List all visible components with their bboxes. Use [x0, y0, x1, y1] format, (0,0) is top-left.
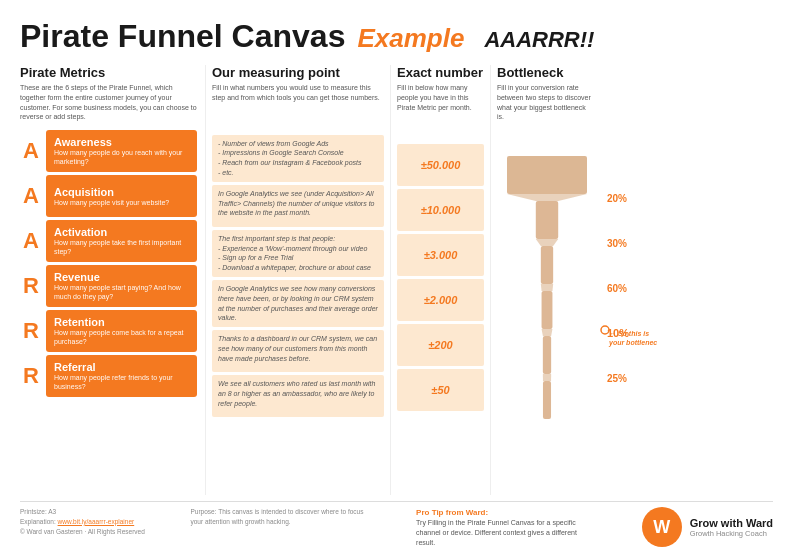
bottleneck-desc: Fill in your conversion rate between two…: [497, 83, 594, 122]
measure-cell-0: - Number of views from Google Ads- Impre…: [212, 135, 384, 182]
pro-tip-label: Pro Tip from Ward:: [416, 508, 488, 517]
measure-cell-5: We see all customers who rated us last m…: [212, 375, 384, 417]
metric-question-1: How many people visit your website?: [54, 198, 189, 207]
svg-text:10%: 10%: [607, 327, 629, 339]
svg-text:your bottleneck: your bottleneck: [608, 339, 657, 347]
metric-letter-0: A: [20, 130, 42, 172]
footer: Printsize: A3 Explanation: www.bit.ly/aa…: [20, 501, 773, 548]
metric-question-0: How many people do you reach with your m…: [54, 148, 189, 166]
page: Pirate Funnel Canvas Example AAARRR!! Pi…: [0, 0, 793, 548]
measure-cell-2: The first important step is that people:…: [212, 230, 384, 277]
metric-question-2: How many people take the first important…: [54, 238, 189, 256]
brand-text: Grow with Ward Growth Hacking Coach: [690, 517, 773, 538]
pirate-metrics-desc: These are the 6 steps of the Pirate Funn…: [20, 83, 197, 122]
bn-row-2: [497, 244, 594, 286]
metric-row-referral: R Referral How many people refer friends…: [20, 355, 197, 397]
footer-pro-tip: Pro Tip from Ward: Try Filling in the Pi…: [416, 507, 596, 548]
exact-cell-0: ±50.000: [397, 144, 484, 186]
svg-text:30%: 30%: [607, 238, 627, 249]
metric-row-retention: R Retention How many people come back fo…: [20, 310, 197, 352]
footer-print-info: Printsize: A3 Explanation: www.bit.ly/aa…: [20, 507, 145, 536]
svg-text:20%: 20%: [607, 193, 627, 204]
pro-tip-text: Try Filling in the Pirate Funnel Canvas …: [416, 519, 577, 546]
metric-question-5: How many people refer friends to your bu…: [54, 373, 189, 391]
footer-purpose: Purpose: This canvas is intended to disc…: [190, 507, 370, 527]
svg-text:25%: 25%: [607, 373, 627, 384]
measure-cells: - Number of views from Google Ads- Impre…: [212, 135, 384, 418]
measure-header: Our measuring point: [212, 65, 384, 80]
metric-letter-1: A: [20, 175, 42, 217]
brand-initial: W: [653, 517, 670, 538]
brand-subtitle: Growth Hacking Coach: [690, 529, 773, 538]
col-bottleneck: Bottleneck Fill in your conversion rate …: [490, 65, 600, 495]
exact-header: Exact number: [397, 65, 484, 80]
pirate-metrics-header: Pirate Metrics: [20, 65, 197, 80]
metric-name-4: Retention: [54, 316, 189, 328]
main-grid: Pirate Metrics These are the 6 steps of …: [20, 65, 773, 495]
metric-name-5: Referral: [54, 361, 189, 373]
metric-box-1: Acquisition How many people visit your w…: [46, 175, 197, 217]
metric-box-2: Activation How many people take the firs…: [46, 220, 197, 262]
exact-cell-3: ±2.000: [397, 279, 484, 321]
measure-cell-1: In Google Analytics we see (under Acquis…: [212, 185, 384, 227]
metric-question-4: How many people come back for a repeat p…: [54, 328, 189, 346]
col-pirate-metrics: Pirate Metrics These are the 6 steps of …: [20, 65, 205, 495]
bn-row-0: [497, 154, 594, 196]
bn-row-4: [497, 334, 594, 376]
metric-letter-3: R: [20, 265, 42, 307]
explanation-link[interactable]: www.bit.ly/aaarrr-explainer: [58, 518, 135, 525]
svg-text:← So this is: ← So this is: [609, 330, 649, 337]
explanation-label: Explanation:: [20, 518, 58, 525]
page-title: Pirate Funnel Canvas: [20, 18, 345, 55]
metric-letter-2: A: [20, 220, 42, 262]
exact-cell-1: ±10.000: [397, 189, 484, 231]
page-title-aaarrr: AAARRR!!: [484, 27, 594, 53]
page-title-example: Example: [357, 23, 464, 54]
measure-cell-3: In Google Analytics we see how many conv…: [212, 280, 384, 327]
measure-desc: Fill in what numbers you would use to me…: [212, 83, 384, 103]
bottleneck-header: Bottleneck: [497, 65, 594, 80]
metric-row-awareness: A Awareness How many people do you reach…: [20, 130, 197, 172]
metric-row-revenue: R Revenue How many people start paying? …: [20, 265, 197, 307]
col-exact: Exact number Fill in below how many peop…: [390, 65, 490, 495]
exact-cell-2: ±3.000: [397, 234, 484, 276]
metric-box-4: Retention How many people come back for …: [46, 310, 197, 352]
metric-rows: A Awareness How many people do you reach…: [20, 130, 197, 397]
metric-box-5: Referral How many people refer friends t…: [46, 355, 197, 397]
footer-brand: W Grow with Ward Growth Hacking Coach: [642, 507, 773, 547]
exact-desc: Fill in below how many people you have i…: [397, 83, 484, 112]
metric-letter-4: R: [20, 310, 42, 352]
bn-row-3: [497, 289, 594, 331]
metric-box-0: Awareness How many people do you reach w…: [46, 130, 197, 172]
copyright: © Ward van Gasteren · All Rights Reserve…: [20, 528, 145, 535]
bottleneck-container: 20%30%60%10%25% ← So this is your bottle…: [497, 154, 594, 421]
metric-name-2: Activation: [54, 226, 189, 238]
bn-row-1: [497, 199, 594, 241]
exact-cell-5: ±50: [397, 369, 484, 411]
brand-logo: W: [642, 507, 682, 547]
metric-name-0: Awareness: [54, 136, 189, 148]
metric-question-3: How many people start paying? And how mu…: [54, 283, 189, 301]
exact-cells: ±50.000±10.000±3.000±2.000±200±50: [397, 144, 484, 411]
header: Pirate Funnel Canvas Example AAARRR!!: [20, 18, 773, 55]
metric-letter-5: R: [20, 355, 42, 397]
svg-point-18: [601, 326, 609, 334]
metric-name-3: Revenue: [54, 271, 189, 283]
print-size: Printsize: A3: [20, 508, 56, 515]
bottleneck-inner: 20%30%60%10%25% ← So this is your bottle…: [497, 154, 594, 421]
metric-row-activation: A Activation How many people take the fi…: [20, 220, 197, 262]
svg-text:60%: 60%: [607, 283, 627, 294]
bn-row-5: [497, 379, 594, 421]
measure-cell-4: Thanks to a dashboard in our CRM system,…: [212, 330, 384, 372]
brand-name: Grow with Ward: [690, 517, 773, 529]
col-measure: Our measuring point Fill in what numbers…: [205, 65, 390, 495]
metric-box-3: Revenue How many people start paying? An…: [46, 265, 197, 307]
metric-name-1: Acquisition: [54, 186, 189, 198]
metric-row-acquisition: A Acquisition How many people visit your…: [20, 175, 197, 217]
exact-cell-4: ±200: [397, 324, 484, 366]
